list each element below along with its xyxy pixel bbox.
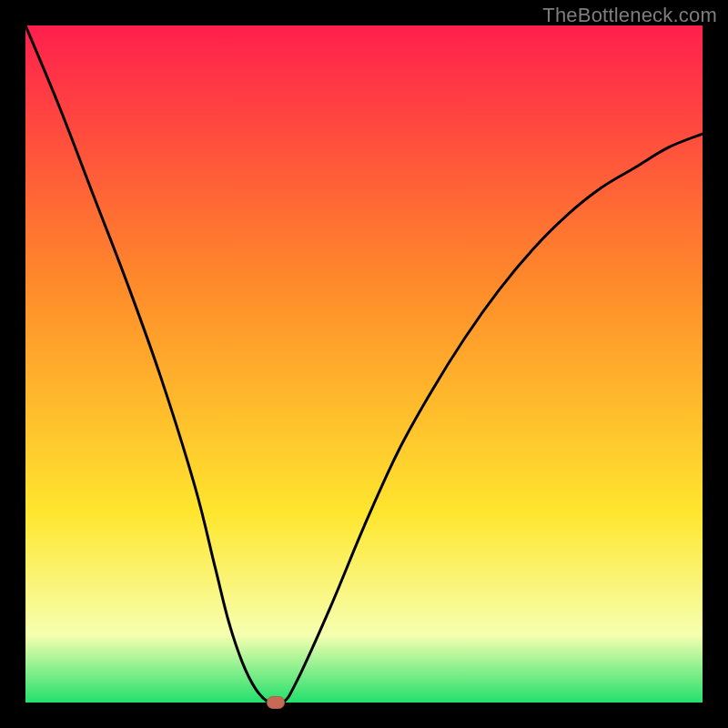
gradient-background	[25, 25, 703, 703]
watermark-text: TheBottleneck.com	[542, 4, 717, 27]
plot-area	[25, 25, 703, 703]
bottleneck-chart	[25, 25, 703, 703]
stage: TheBottleneck.com	[0, 0, 728, 728]
optimal-point-marker	[267, 696, 285, 709]
